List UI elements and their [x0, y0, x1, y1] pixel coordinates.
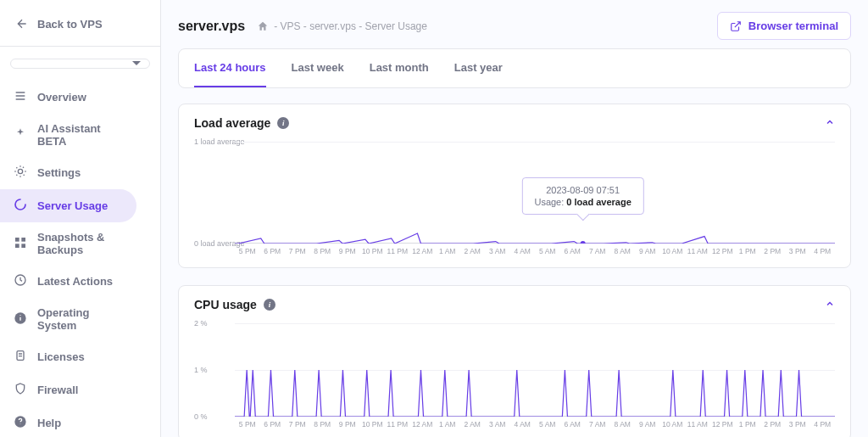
- x-tick: 2 PM: [760, 420, 786, 429]
- nav-label: Snapshots & Backups: [37, 231, 123, 256]
- clipboard-icon: [14, 349, 27, 365]
- nav-label: Help: [37, 417, 61, 429]
- sidebar: Back to VPS OverviewAI Assistant BETASet…: [0, 0, 161, 437]
- x-tick: 9 AM: [635, 247, 660, 255]
- sidebar-item-latest-actions[interactable]: Latest Actions: [0, 265, 136, 298]
- sidebar-item-firewall[interactable]: Firewall: [0, 373, 136, 406]
- x-tick: 9 AM: [635, 420, 660, 429]
- tab-last-month[interactable]: Last month: [370, 49, 429, 87]
- x-tick: 1 PM: [735, 420, 760, 429]
- tooltip-date: 2023-08-09 07:51: [534, 185, 631, 195]
- x-tick: 8 PM: [310, 420, 336, 429]
- list-icon: [14, 89, 27, 105]
- x-tick: 5 AM: [535, 247, 560, 255]
- nav-label: Operating System: [37, 306, 123, 332]
- x-tick: 2 AM: [460, 247, 486, 255]
- load-chart-area: 1 load average 0 load average 2023-08-09…: [235, 142, 835, 244]
- nav-label: Licenses: [37, 350, 85, 363]
- svg-point-8: [581, 241, 586, 244]
- sidebar-item-settings[interactable]: Settings: [0, 156, 136, 189]
- x-tick: 9 PM: [335, 420, 360, 429]
- x-tick: 6 PM: [260, 247, 286, 255]
- chevron-up-icon: [825, 299, 835, 309]
- nav-label: Latest Actions: [37, 275, 113, 288]
- x-tick: 3 AM: [485, 247, 510, 255]
- x-tick: 7 AM: [585, 420, 610, 429]
- x-tick: 5 AM: [535, 420, 560, 429]
- x-tick: 10 AM: [660, 420, 686, 429]
- cpu-chart-plot: [235, 323, 835, 417]
- x-tick: 1 PM: [735, 247, 760, 255]
- chevron-up-icon: [825, 117, 835, 127]
- x-tick: 8 AM: [610, 420, 636, 429]
- x-tick: 10 PM: [360, 247, 386, 255]
- info-icon[interactable]: i: [277, 117, 289, 129]
- x-tick: 6 PM: [260, 420, 286, 429]
- tab-last-year[interactable]: Last year: [454, 49, 503, 87]
- x-tick: 10 PM: [360, 420, 386, 429]
- y-label-1: 1 %: [194, 366, 208, 374]
- chart-tooltip: 2023-08-09 07:51 Usage: 0 load average: [521, 177, 643, 215]
- x-tick: 12 PM: [710, 247, 736, 255]
- info-icon[interactable]: i: [264, 299, 275, 311]
- x-tick: 11 AM: [685, 247, 710, 255]
- sidebar-nav: OverviewAI Assistant BETASettingsServer …: [0, 81, 160, 437]
- sidebar-item-operating-system[interactable]: Operating System: [0, 298, 136, 340]
- sparkle-icon: [14, 127, 27, 143]
- back-label: Back to VPS: [37, 18, 103, 31]
- x-tick: 12 AM: [410, 247, 436, 255]
- sidebar-item-licenses[interactable]: Licenses: [0, 340, 136, 373]
- sidebar-item-help[interactable]: Help: [0, 406, 136, 437]
- x-tick: 2 AM: [460, 420, 486, 429]
- collapse-toggle[interactable]: [825, 299, 835, 311]
- tab-last-week[interactable]: Last week: [292, 49, 344, 87]
- x-tick: 4 PM: [810, 420, 836, 429]
- arrow-left-icon: [15, 17, 29, 31]
- cpu-chart-area: 2 % 1 % 0 %: [235, 323, 835, 417]
- x-tick: 1 AM: [435, 420, 460, 429]
- page-header: server.vps - VPS - server.vps - Server U…: [178, 12, 851, 40]
- tab-last-24-hours[interactable]: Last 24 hours: [194, 49, 266, 87]
- x-tick: 9 PM: [335, 247, 360, 255]
- x-tick: 3 PM: [785, 420, 810, 429]
- x-tick: 12 PM: [710, 420, 736, 429]
- terminal-button-label: Browser terminal: [748, 20, 838, 32]
- spinner-icon: [14, 198, 27, 214]
- x-tick: 5 PM: [235, 247, 260, 255]
- y-label-0: 0 %: [194, 412, 208, 421]
- x-tick: 11 AM: [685, 420, 710, 429]
- shield-icon: [14, 382, 27, 398]
- x-tick: 4 AM: [510, 247, 536, 255]
- time-range-tabs: Last 24 hoursLast weekLast monthLast yea…: [178, 48, 851, 88]
- sidebar-item-server-usage[interactable]: Server Usage: [0, 189, 136, 222]
- sidebar-item-ai-assistant-beta[interactable]: AI Assistant BETA: [0, 114, 136, 156]
- sidebar-item-overview[interactable]: Overview: [0, 81, 136, 114]
- x-tick: 12 AM: [410, 420, 436, 429]
- server-select-dropdown[interactable]: [10, 59, 150, 69]
- x-tick: 11 PM: [385, 247, 410, 255]
- x-tick: 1 AM: [435, 247, 460, 255]
- cpu-chart-title: CPU usage: [194, 298, 257, 311]
- x-tick: 6 AM: [560, 420, 586, 429]
- x-tick: 4 PM: [810, 247, 836, 255]
- x-tick: 11 PM: [385, 420, 410, 429]
- load-x-axis-labels: 5 PM6 PM7 PM8 PM9 PM10 PM11 PM12 AM1 AM2…: [235, 247, 835, 255]
- nav-label: Firewall: [37, 384, 78, 396]
- nav-label: Settings: [37, 166, 81, 179]
- home-icon[interactable]: [257, 20, 269, 32]
- cpu-usage-card: CPU usage i 2 % 1 % 0 % 5 PM6 PM7 PM8 PM…: [178, 285, 851, 437]
- gear-icon: [14, 165, 27, 181]
- main-content: server.vps - VPS - server.vps - Server U…: [161, 0, 868, 437]
- svg-rect-1: [21, 238, 25, 242]
- x-tick: 8 AM: [610, 247, 636, 255]
- sidebar-item-snapshots-backups[interactable]: Snapshots & Backups: [0, 222, 136, 265]
- help-icon: [14, 415, 27, 431]
- collapse-toggle[interactable]: [825, 117, 835, 130]
- x-tick: 2 PM: [760, 247, 786, 255]
- x-tick: 3 AM: [485, 420, 510, 429]
- x-tick: 4 AM: [510, 420, 536, 429]
- back-to-vps-link[interactable]: Back to VPS: [0, 14, 160, 47]
- external-link-icon: [730, 20, 742, 32]
- browser-terminal-button[interactable]: Browser terminal: [717, 12, 851, 40]
- grid-icon: [14, 236, 27, 252]
